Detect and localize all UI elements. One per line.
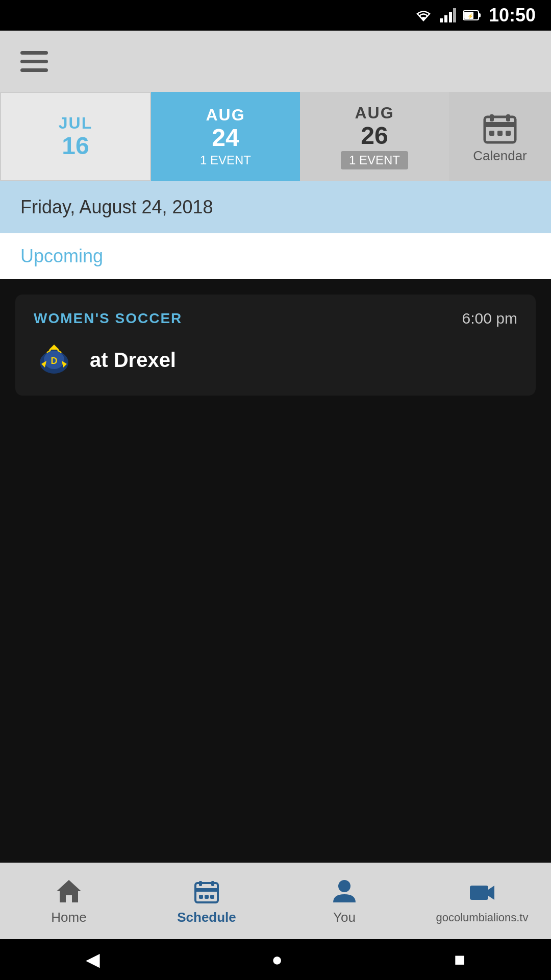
svg-rect-3: [453, 8, 456, 22]
nav-item-schedule[interactable]: Schedule: [138, 877, 276, 925]
svg-text:⚡: ⚡: [467, 13, 474, 19]
svg-rect-28: [211, 881, 214, 886]
events-area: WOMEN'S SOCCER 6:00 pm D at Drexel: [0, 279, 551, 863]
date-header: Friday, August 24, 2018: [0, 181, 551, 233]
home-button[interactable]: ●: [271, 949, 283, 970]
event-card[interactable]: WOMEN'S SOCCER 6:00 pm D at Drexel: [15, 295, 536, 396]
tab-aug24-day: 24: [212, 125, 239, 152]
schedule-icon: [192, 877, 221, 905]
event-card-body: D at Drexel: [34, 339, 517, 380]
svg-rect-1: [444, 15, 447, 22]
sys-nav: ◀ ● ■: [0, 939, 551, 980]
svg-rect-30: [205, 895, 209, 899]
nav-label-home: Home: [51, 910, 86, 925]
svg-rect-12: [489, 131, 494, 136]
main-content: JUL 16 AUG 24 1 EVENT AUG 26 1 EVENT: [0, 31, 551, 863]
svg-rect-14: [506, 131, 511, 136]
recent-button[interactable]: ■: [454, 949, 465, 970]
tab-aug26-event: 1 EVENT: [341, 151, 408, 169]
date-tabs: JUL 16 AUG 24 1 EVENT AUG 26 1 EVENT: [0, 92, 551, 181]
bottom-nav: Home Schedule You gocolumbialions.tv: [0, 863, 551, 939]
svg-marker-34: [488, 886, 494, 900]
svg-rect-26: [195, 888, 218, 892]
svg-point-32: [338, 880, 350, 892]
status-bar: ⚡ 10:50: [0, 0, 551, 31]
event-card-header: WOMEN'S SOCCER 6:00 pm: [34, 310, 517, 327]
signal-icon: [440, 8, 456, 22]
svg-rect-13: [497, 131, 503, 136]
nav-item-tv[interactable]: gocolumbialions.tv: [413, 878, 551, 924]
section-title: Upcoming: [20, 246, 103, 266]
nav-item-home[interactable]: Home: [0, 877, 138, 925]
svg-marker-24: [57, 880, 81, 902]
svg-rect-31: [210, 895, 214, 899]
home-icon: [55, 877, 83, 905]
svg-rect-8: [485, 117, 515, 142]
svg-rect-10: [490, 114, 494, 121]
battery-icon: ⚡: [463, 10, 482, 21]
drexel-logo-icon: D: [34, 339, 74, 380]
svg-rect-9: [485, 122, 515, 127]
nav-label-schedule: Schedule: [177, 910, 236, 925]
section-header: Upcoming: [0, 233, 551, 279]
svg-rect-33: [470, 886, 488, 900]
tab-aug24-event: 1 EVENT: [200, 153, 251, 167]
status-time: 10:50: [489, 5, 536, 26]
top-bar: [0, 31, 551, 92]
date-tab-aug-26[interactable]: AUG 26 1 EVENT: [300, 92, 449, 181]
calendar-tab[interactable]: Calendar: [449, 92, 551, 181]
tab-aug26-month: AUG: [355, 104, 394, 122]
back-button[interactable]: ◀: [86, 949, 100, 970]
tab-jul-day: 16: [62, 133, 89, 160]
date-tab-aug-24[interactable]: AUG 24 1 EVENT: [151, 92, 300, 181]
calendar-label: Calendar: [473, 148, 527, 164]
svg-text:D: D: [51, 356, 58, 366]
date-header-text: Friday, August 24, 2018: [20, 197, 213, 217]
person-icon: [330, 877, 359, 905]
tab-jul-month: JUL: [59, 114, 92, 133]
event-opponent: at Drexel: [90, 349, 176, 372]
svg-rect-5: [479, 13, 481, 17]
svg-rect-25: [195, 883, 218, 902]
svg-rect-0: [440, 18, 443, 22]
tab-aug26-day: 26: [361, 122, 388, 150]
menu-button[interactable]: [20, 51, 48, 72]
calendar-icon: [482, 109, 518, 145]
nav-item-you[interactable]: You: [276, 877, 413, 925]
svg-rect-27: [199, 881, 202, 886]
event-sport: WOMEN'S SOCCER: [34, 310, 182, 327]
svg-rect-2: [449, 12, 452, 22]
svg-marker-17: [49, 345, 59, 350]
svg-rect-11: [506, 114, 510, 121]
video-icon: [468, 878, 496, 907]
wifi-icon: [414, 8, 433, 22]
nav-label-you: You: [333, 910, 356, 925]
status-icons: ⚡ 10:50: [414, 5, 536, 26]
svg-rect-29: [199, 895, 203, 899]
event-time: 6:00 pm: [462, 310, 517, 327]
nav-label-tv: gocolumbialions.tv: [436, 911, 529, 924]
tab-aug24-month: AUG: [206, 106, 245, 125]
date-tab-jul-16[interactable]: JUL 16: [0, 92, 151, 181]
